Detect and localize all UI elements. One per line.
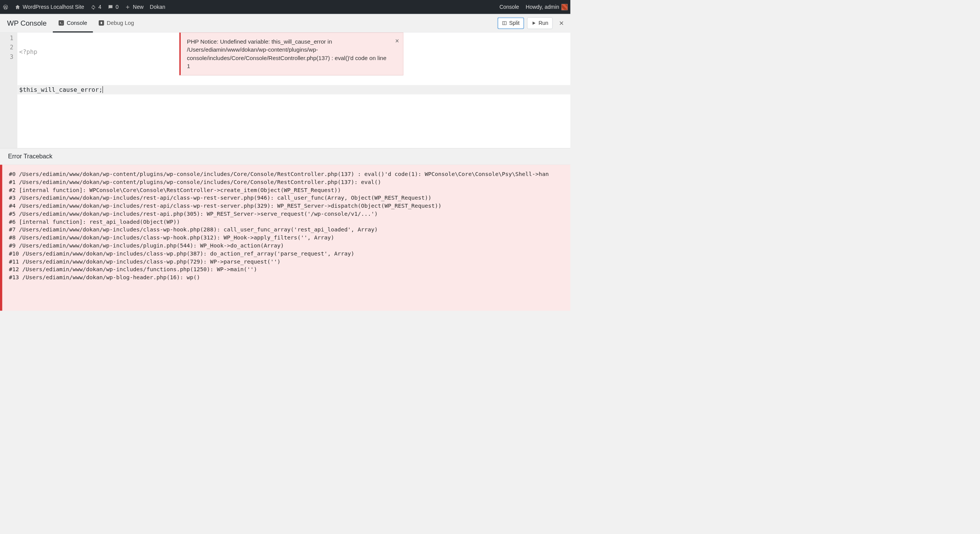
console-nav-label: Console xyxy=(500,4,519,10)
site-name-label: WordPress Localhost Site xyxy=(23,4,84,10)
line-number: 1 xyxy=(0,33,17,42)
close-icon xyxy=(559,21,564,26)
tab-debug-log-label: Debug Log xyxy=(107,20,134,26)
comment-icon xyxy=(108,4,113,10)
howdy-label: Howdy, admin xyxy=(526,4,559,10)
console-nav-link[interactable]: Console xyxy=(500,4,519,10)
traceback-body: #0 /Users/ediamin/www/dokan/wp-content/p… xyxy=(0,165,570,311)
panel-header: WP Console Console Debug Log Split xyxy=(0,14,570,33)
line-number: 2 xyxy=(0,43,17,52)
tab-debug-log[interactable]: Debug Log xyxy=(93,15,140,33)
panel-close-button[interactable] xyxy=(557,19,566,28)
editor-gutter: 1 2 3 xyxy=(0,33,17,148)
home-icon xyxy=(15,4,20,10)
wordpress-icon xyxy=(3,4,8,10)
split-icon xyxy=(502,21,507,26)
plus-icon xyxy=(125,4,131,10)
wp-console-panel: WP Console Console Debug Log Split xyxy=(0,14,570,311)
site-name-link[interactable]: WordPress Localhost Site xyxy=(15,4,84,10)
line-number: 3 xyxy=(0,52,17,61)
notice-text: PHP Notice: Undefined variable: this_wil… xyxy=(187,38,386,69)
split-button[interactable]: Split xyxy=(498,17,524,29)
php-notice: PHP Notice: Undefined variable: this_wil… xyxy=(180,33,403,75)
updates-link[interactable]: 4 xyxy=(90,4,101,10)
account-link[interactable]: Howdy, admin xyxy=(526,4,568,10)
bug-icon xyxy=(99,20,104,26)
panel-title: WP Console xyxy=(0,19,53,28)
run-button-label: Run xyxy=(539,20,549,26)
comments-count: 0 xyxy=(116,4,119,10)
code-line: $this_will_cause_error; xyxy=(17,85,570,94)
play-icon xyxy=(531,21,536,26)
dokan-label: Dokan xyxy=(150,4,165,10)
comments-link[interactable]: 0 xyxy=(108,4,119,10)
updates-count: 4 xyxy=(98,4,101,10)
run-button[interactable]: Run xyxy=(527,17,552,29)
notice-close-button[interactable]: × xyxy=(395,36,399,46)
tab-console[interactable]: Console xyxy=(53,15,93,33)
split-button-label: Split xyxy=(509,20,519,26)
refresh-icon xyxy=(90,4,96,10)
new-link[interactable]: New xyxy=(125,4,144,10)
terminal-icon xyxy=(59,20,64,26)
wp-admin-bar: WordPress Localhost Site 4 0 New Dokan C… xyxy=(0,0,570,14)
traceback-title: Error Traceback xyxy=(0,148,570,165)
new-label: New xyxy=(133,4,144,10)
dokan-link[interactable]: Dokan xyxy=(150,4,165,10)
avatar-icon xyxy=(562,4,568,10)
wp-logo-link[interactable] xyxy=(3,4,8,10)
tab-console-label: Console xyxy=(67,20,87,26)
